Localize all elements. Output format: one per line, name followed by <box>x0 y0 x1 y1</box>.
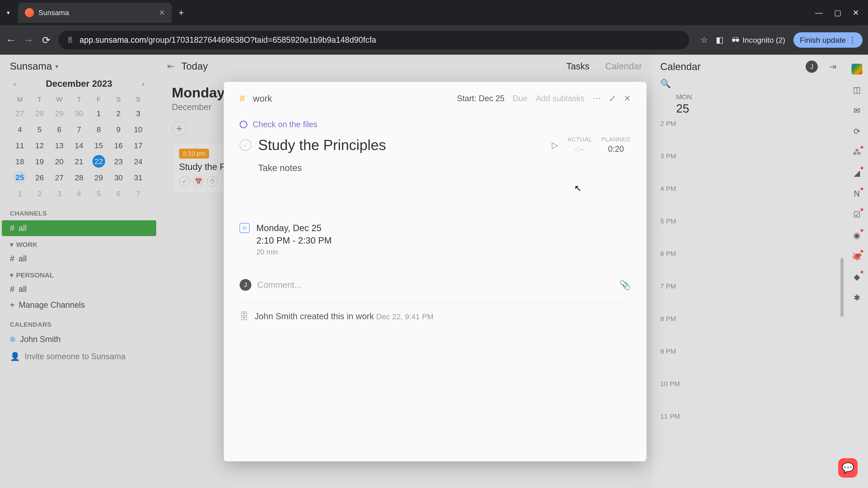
close-tab-icon[interactable]: ✕ <box>159 8 165 17</box>
manage-channels[interactable]: +Manage Channels <box>0 297 158 313</box>
calendar-day[interactable]: 7 <box>128 186 148 202</box>
task-channel[interactable]: work <box>253 94 272 104</box>
search-icon[interactable]: 🔍 <box>660 78 671 89</box>
time-slot[interactable] <box>687 253 836 253</box>
time-slot[interactable] <box>687 416 836 416</box>
maximize-icon[interactable]: ▢ <box>834 8 841 17</box>
calendar-day[interactable]: 25 <box>13 171 26 184</box>
time-slot[interactable] <box>687 286 836 286</box>
forward-button[interactable]: → <box>23 34 34 46</box>
calendar-day[interactable]: 15 <box>89 138 108 154</box>
attachment-icon[interactable]: 📎 <box>619 280 631 290</box>
notion-icon[interactable]: N <box>851 188 862 199</box>
help-chat-button[interactable]: 💬 <box>838 458 858 478</box>
expand-icon[interactable]: ⤢ <box>609 94 616 103</box>
complete-icon[interactable]: ✓ <box>179 176 190 187</box>
calendar-day[interactable]: 28 <box>30 105 49 122</box>
close-icon[interactable]: ✕ <box>624 94 631 103</box>
actual-time[interactable]: ACTUAL -:-- <box>565 136 594 154</box>
calendar-day[interactable]: 14 <box>69 138 89 154</box>
calendar-day[interactable]: 3 <box>50 186 69 202</box>
finish-update-button[interactable]: Finish update ⋮ <box>794 32 863 48</box>
more-menu-icon[interactable]: ⋯ <box>593 94 601 103</box>
calendar-tab[interactable]: Calendar <box>605 61 642 71</box>
calendar-day[interactable]: 29 <box>89 170 108 186</box>
calendar-day[interactable]: 21 <box>69 154 89 170</box>
collapse-sidebar-button[interactable]: ⇤ <box>167 61 175 71</box>
invite-link[interactable]: 👤Invite someone to Sunsama <box>0 347 158 366</box>
calendar-user[interactable]: John Smith <box>0 331 158 347</box>
comment-input[interactable]: Comment... <box>257 280 614 290</box>
calendar-day[interactable]: 10 <box>128 122 148 138</box>
address-bar[interactable]: 🎚 app.sunsama.com/group/1703182764469638… <box>58 31 689 50</box>
trello-icon[interactable]: ◫ <box>851 85 862 95</box>
calendar-day[interactable]: 1 <box>89 105 108 122</box>
calendar-day[interactable]: 2 <box>108 105 128 122</box>
linear-icon[interactable]: ◢ <box>851 168 862 178</box>
calendar-day[interactable]: 5 <box>89 186 108 202</box>
calendar-day[interactable]: 1 <box>10 186 30 202</box>
calendar-day[interactable]: 29 <box>50 105 69 122</box>
back-button[interactable]: ← <box>5 34 16 46</box>
calendar-day[interactable]: 19 <box>30 154 49 170</box>
bookmark-icon[interactable]: ☆ <box>701 35 708 45</box>
schedule-icon[interactable]: 📅 <box>193 176 204 187</box>
calendar-day[interactable]: 31 <box>128 170 148 186</box>
new-tab-button[interactable]: + <box>179 8 184 18</box>
planned-time[interactable]: PLANNED 0:20 <box>601 136 631 154</box>
timer-icon[interactable]: ⏱ <box>207 176 218 187</box>
add-subtasks-button[interactable]: Add subtasks <box>536 94 585 103</box>
user-avatar[interactable]: J <box>806 61 818 73</box>
expand-calendar-button[interactable]: ⇥ <box>829 62 836 72</box>
calendar-day[interactable]: 3 <box>128 105 148 122</box>
site-settings-icon[interactable]: 🎚 <box>66 36 74 44</box>
slack-icon[interactable]: ✱ <box>851 292 862 303</box>
calendar-day[interactable]: 2 <box>30 186 49 202</box>
calendar-day[interactable]: 5 <box>30 122 49 138</box>
objective-link[interactable]: Check on the files <box>240 120 631 129</box>
start-date-button[interactable]: Start: Dec 25 <box>457 94 504 103</box>
gmail-icon[interactable]: ✉ <box>851 105 862 116</box>
calendar-day[interactable]: 11 <box>10 138 30 154</box>
minimize-icon[interactable]: — <box>815 8 823 17</box>
calendar-day[interactable]: 7 <box>69 122 89 138</box>
calendar-day[interactable]: 26 <box>30 170 49 186</box>
tasks-tab[interactable]: Tasks <box>566 61 589 71</box>
github-icon[interactable]: 🐙 <box>851 251 862 262</box>
time-slot[interactable] <box>687 188 836 188</box>
calendar-day[interactable]: 16 <box>108 138 128 154</box>
clickup-icon[interactable]: ◉ <box>851 230 862 241</box>
add-task-button[interactable]: + <box>172 121 187 136</box>
channel-personal-all[interactable]: #all <box>0 281 158 297</box>
refresh-icon[interactable]: ⟳ <box>851 126 862 137</box>
calendar-day[interactable]: 8 <box>89 122 108 138</box>
jira-icon[interactable]: ◆ <box>851 271 862 283</box>
browser-tab[interactable]: Sunsama ✕ <box>18 2 172 23</box>
tab-list-dropdown[interactable]: ▾ <box>3 7 13 18</box>
todoist-icon[interactable]: ☑ <box>851 209 862 220</box>
calendar-day[interactable]: 18 <box>10 154 30 170</box>
incognito-indicator[interactable]: 🕶 Incognito (2) <box>732 36 785 44</box>
task-notes[interactable]: Take notes <box>258 163 631 173</box>
calendar-day[interactable]: 24 <box>128 154 148 170</box>
reload-button[interactable]: ⟳ <box>41 34 52 46</box>
side-panel-icon[interactable]: ◧ <box>716 35 723 45</box>
close-window-icon[interactable]: ✕ <box>852 8 859 17</box>
due-date-button[interactable]: Due <box>513 94 528 103</box>
calendar-day[interactable]: 4 <box>69 186 89 202</box>
group-personal[interactable]: ▾PERSONAL <box>0 267 158 281</box>
calendar-day[interactable]: 9 <box>108 122 128 138</box>
calendar-day[interactable]: 27 <box>50 170 69 186</box>
prev-month-button[interactable]: ‹ <box>13 79 16 88</box>
time-slot[interactable] <box>687 351 836 351</box>
calendar-day[interactable]: 30 <box>69 105 89 122</box>
gcal-icon[interactable] <box>851 64 862 74</box>
calendar-day[interactable]: 20 <box>50 154 69 170</box>
calendar-day[interactable]: 28 <box>69 170 89 186</box>
scheduled-date[interactable]: Monday, Dec 25 <box>256 223 332 233</box>
channel-all[interactable]: #all <box>2 220 156 236</box>
play-timer-icon[interactable]: ▷ <box>552 140 558 150</box>
calendar-day[interactable]: 12 <box>30 138 49 154</box>
calendar-day[interactable]: 22 <box>92 155 105 168</box>
calendar-day[interactable]: 30 <box>108 170 128 186</box>
